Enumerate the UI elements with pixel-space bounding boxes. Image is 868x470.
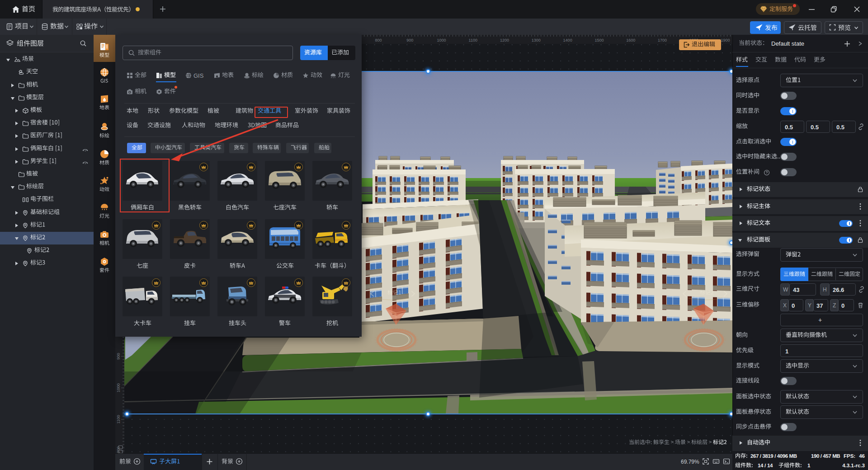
svg-text:900: 900 bbox=[116, 353, 121, 360]
svg-text:1000: 1000 bbox=[116, 383, 121, 392]
svg-text:1100: 1100 bbox=[116, 415, 121, 423]
